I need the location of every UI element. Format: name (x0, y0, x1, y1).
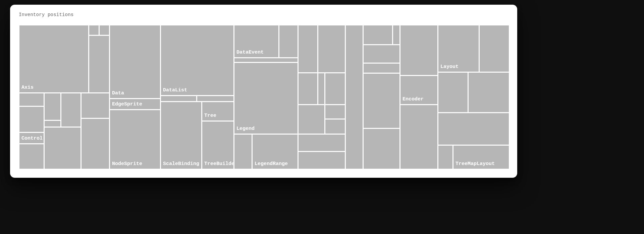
treemap-cell-col9-a[interactable] (346, 25, 363, 169)
treemap-cell-EdgeSprite[interactable]: EdgeSprite (110, 99, 160, 109)
treemap-cell-TreeBuilder[interactable]: TreeBuilder (202, 122, 233, 169)
treemap-cell-enc-c[interactable] (364, 45, 399, 63)
treemap-cell-label: Encoder (402, 96, 424, 102)
treemap-cell-Layout[interactable]: Layout (438, 25, 479, 72)
treemap-cell-lay-d[interactable] (469, 73, 509, 112)
treemap-cell-label: NodeSprite (112, 161, 142, 167)
treemap-cell-label: ScaleBinding (163, 161, 199, 167)
treemap-cell-Legend[interactable]: Legend (234, 63, 298, 134)
treemap-cell-label: EdgeSprite (112, 101, 142, 107)
treemap-cell-label: Control (21, 136, 43, 141)
treemap-cell-op-c[interactable] (299, 73, 317, 104)
treemap-cell-op-g[interactable] (325, 105, 345, 119)
treemap-cell-Encoder[interactable]: Encoder (400, 76, 437, 104)
treemap-cell-TreeMapLayout[interactable]: TreeMapLayout (453, 146, 509, 169)
treemap-cell-evt-b[interactable] (279, 25, 298, 57)
treemap-cell-label: Axis (21, 85, 34, 90)
treemap-cell-ctl-g[interactable] (61, 93, 80, 127)
treemap-cell-ctl-i[interactable] (82, 93, 109, 118)
treemap-cell-lay-b[interactable] (480, 25, 509, 72)
treemap-cell-label: TreeBuilder (204, 161, 237, 167)
treemap-cell-op-h[interactable] (325, 120, 345, 134)
treemap-cell-ctl-j[interactable] (82, 119, 109, 169)
treemap-cell-NodeSprite[interactable]: NodeSprite (110, 110, 160, 169)
treemap-cell-op-i[interactable] (299, 135, 345, 151)
treemap-cell-ctl-a[interactable] (19, 93, 44, 106)
treemap-cell-ctl-d[interactable] (19, 144, 44, 169)
chart-title: Inventory positions (19, 12, 73, 17)
treemap-cell-data-small[interactable] (161, 96, 196, 101)
treemap-cell-DataList[interactable]: DataList (161, 25, 233, 95)
treemap-cell-ctl-h[interactable] (45, 128, 80, 169)
treemap-cell-data-strip[interactable] (197, 96, 233, 101)
treemap-cell-op-a[interactable] (299, 25, 317, 72)
treemap-cell-op-j[interactable] (299, 152, 345, 169)
treemap-cell-enc-f[interactable] (364, 129, 399, 169)
treemap-cell-Control[interactable]: Control (19, 133, 44, 143)
treemap-cell-enc-g[interactable] (400, 25, 437, 75)
treemap-cell-label: LegendRange (255, 161, 288, 167)
treemap-cell-label: DataList (163, 87, 187, 93)
treemap-cell-ScaleBinding[interactable]: ScaleBinding (161, 102, 201, 169)
treemap-cell-axis-c[interactable] (100, 25, 109, 35)
treemap-cell-op-e[interactable] (325, 73, 345, 104)
treemap-cell-ctl-b[interactable] (19, 107, 44, 132)
treemap-cell-Axis[interactable]: Axis (19, 25, 88, 92)
treemap-cell-label: Legend (236, 126, 255, 132)
treemap-cell-op-f[interactable] (299, 105, 324, 134)
treemap-cell-axis-d[interactable] (89, 36, 109, 92)
treemap-cell-label: Layout (440, 64, 459, 70)
treemap-cell-lay-e[interactable] (438, 113, 509, 145)
treemap-cell-enc-e[interactable] (364, 74, 399, 128)
treemap-cell-enc-a[interactable] (364, 25, 392, 44)
treemap-plot: AxisControlDataEdgeSpriteNodeSpriteDataL… (19, 25, 509, 169)
treemap-cell-Tree[interactable]: Tree (202, 102, 233, 121)
treemap-cell-legend-small[interactable] (234, 135, 252, 169)
treemap-cell-DataEvent[interactable]: DataEvent (234, 25, 278, 57)
treemap-cell-ctl-f[interactable] (45, 121, 60, 127)
treemap-cell-axis-b[interactable] (89, 25, 99, 35)
treemap-cell-enc-d[interactable] (364, 64, 399, 73)
treemap-cell-op-d[interactable] (318, 73, 324, 104)
treemap-cell-label: DataEvent (236, 50, 264, 55)
treemap-cell-label: Data (112, 90, 124, 96)
treemap-cell-LegendRange[interactable]: LegendRange (253, 135, 298, 169)
treemap-cell-label: Tree (204, 113, 216, 119)
treemap-cell-lay-c[interactable] (438, 73, 468, 112)
treemap-cell-enc-b[interactable] (393, 25, 399, 44)
treemap-cell-Data[interactable]: Data (110, 25, 160, 98)
treemap-cell-enc-i[interactable] (400, 105, 437, 169)
treemap-cell-evt-c[interactable] (234, 58, 298, 62)
chart-card: Inventory positions AxisControlDataEdgeS… (10, 5, 517, 178)
treemap-cell-op-b[interactable] (318, 25, 345, 72)
treemap-cell-lay-f[interactable] (438, 146, 452, 169)
treemap-cell-label: TreeMapLayout (455, 161, 495, 167)
treemap-cell-ctl-e[interactable] (45, 93, 60, 120)
